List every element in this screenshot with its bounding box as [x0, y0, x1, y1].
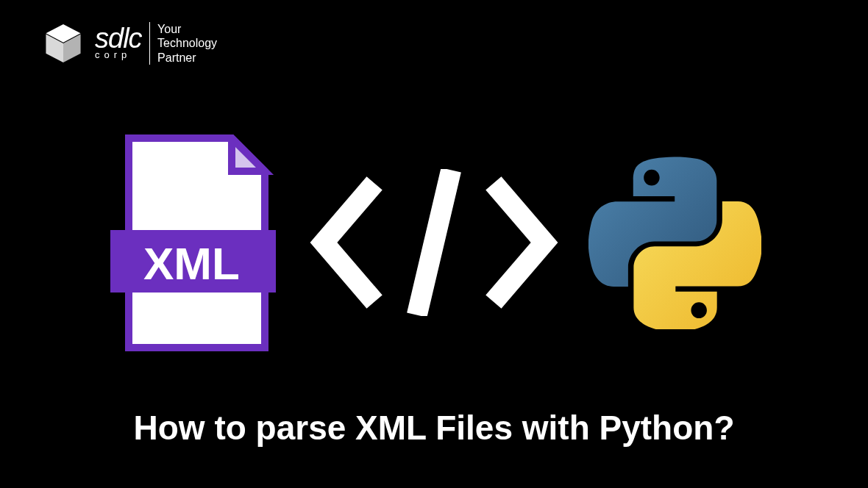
- hero-graphics: XML: [0, 118, 868, 367]
- brand-sub-text: corp: [95, 49, 131, 60]
- page-title: How to parse XML Files with Python?: [0, 408, 868, 448]
- tagline-line-3: Partner: [157, 51, 217, 65]
- logo-divider: [149, 22, 151, 65]
- cube-icon: [40, 21, 86, 66]
- xml-file-icon: XML: [107, 134, 280, 351]
- brand-main-text: sdlc: [95, 26, 142, 50]
- svg-line-4: [419, 180, 449, 305]
- tagline-line-2: Technology: [157, 36, 217, 50]
- brand-name: sdlc corp: [95, 26, 142, 60]
- brand-tagline: Your Technology Partner: [157, 22, 217, 65]
- brand-logo: sdlc corp Your Technology Partner: [40, 21, 217, 66]
- logo-text-group: sdlc corp Your Technology Partner: [95, 22, 217, 65]
- python-logo-icon: [588, 157, 761, 329]
- tagline-line-1: Your: [157, 22, 217, 36]
- code-brackets-icon: [305, 169, 563, 316]
- xml-badge-text: XML: [143, 238, 240, 289]
